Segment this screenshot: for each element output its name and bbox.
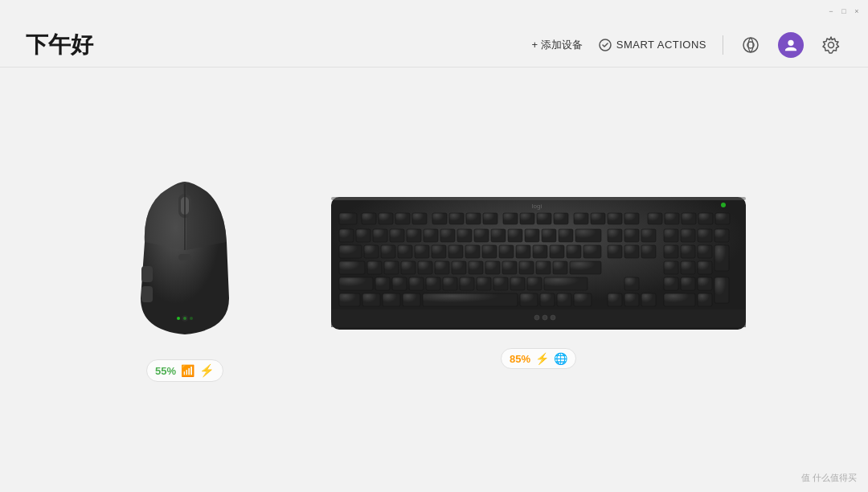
svg-rect-64 [364,245,379,258]
mouse-device-container[interactable]: 55% 📶 ⚡ [121,178,249,382]
svg-rect-46 [424,229,438,242]
svg-rect-41 [339,229,354,242]
svg-rect-89 [418,261,432,274]
add-device-button[interactable]: + 添加设备 [532,38,583,52]
svg-point-1 [743,38,758,52]
svg-rect-47 [440,229,455,242]
svg-rect-119 [339,293,360,306]
svg-rect-65 [381,245,395,258]
bluetooth-icon: 📶 [181,364,194,377]
svg-rect-62 [714,229,729,242]
svg-rect-73 [516,245,530,258]
minimize-button[interactable]: − [826,6,836,16]
svg-rect-91 [452,261,466,274]
svg-rect-97 [553,261,567,274]
title-bar: − □ × [0,0,868,23]
svg-rect-39 [698,213,713,224]
svg-rect-83 [698,245,712,258]
svg-rect-34 [608,213,622,224]
svg-rect-57 [624,229,639,242]
main-content: 55% 📶 ⚡ logi [0,68,868,492]
svg-rect-116 [681,277,695,290]
lightning-bolt-icon: ⚡ [199,363,215,378]
svg-rect-103 [375,277,390,290]
svg-point-4 [829,42,834,47]
svg-rect-77 [583,245,601,258]
keyboard-device-container[interactable]: logi [330,191,747,369]
svg-rect-99 [664,261,678,274]
svg-rect-51 [508,229,522,242]
svg-rect-118 [714,277,729,303]
svg-rect-56 [608,229,622,242]
svg-rect-107 [443,277,457,290]
svg-rect-94 [502,261,517,274]
svg-point-135 [542,315,547,320]
close-button[interactable]: × [852,6,862,16]
svg-rect-90 [435,261,449,274]
svg-rect-84 [714,245,729,271]
settings-button[interactable] [820,34,842,56]
svg-rect-63 [339,245,362,258]
svg-rect-54 [559,229,573,242]
svg-rect-121 [383,293,400,306]
svg-rect-72 [499,245,514,258]
svg-rect-30 [537,213,551,224]
svg-rect-26 [466,213,481,224]
header: 下午好 + 添加设备 SMART ACTIONS [0,23,868,68]
keyboard-wireless-icon: 🌐 [554,352,567,365]
svg-rect-67 [415,245,429,258]
svg-rect-7 [141,266,153,282]
svg-rect-8 [141,286,153,302]
watermark: 值 什么值得买 [801,472,857,484]
svg-rect-104 [392,277,407,290]
mouse-image [121,178,249,346]
smart-actions-button[interactable]: SMART ACTIONS [599,39,706,51]
svg-point-18 [721,203,726,207]
svg-rect-122 [403,293,420,306]
svg-rect-49 [474,229,489,242]
svg-rect-55 [575,229,601,242]
svg-rect-68 [432,245,446,258]
svg-rect-95 [519,261,534,274]
greeting-text: 下午好 [26,30,532,60]
svg-rect-106 [426,277,440,290]
svg-rect-100 [681,261,695,274]
svg-point-12 [190,317,193,320]
maximize-button[interactable]: □ [839,6,849,16]
svg-rect-130 [641,293,656,306]
svg-rect-19 [339,213,357,224]
svg-rect-71 [482,245,497,258]
smart-actions-icon [599,39,612,51]
svg-rect-27 [483,213,497,224]
svg-point-10 [177,317,180,320]
mouse-battery-status: 55% 📶 ⚡ [146,359,223,382]
svg-rect-102 [339,277,373,290]
svg-point-3 [788,39,793,45]
svg-rect-87 [384,261,399,274]
svg-rect-96 [536,261,551,274]
keyboard-image: logi [330,191,747,335]
svg-rect-123 [423,293,518,306]
svg-rect-82 [681,245,695,258]
svg-rect-80 [641,245,656,258]
svg-rect-114 [624,277,639,290]
svg-rect-36 [648,213,662,224]
svg-rect-38 [682,213,696,224]
svg-rect-61 [698,229,712,242]
svg-point-136 [551,315,555,320]
voice-button[interactable] [739,34,762,56]
gear-icon [822,36,840,54]
avatar[interactable] [778,32,804,58]
add-device-label: + 添加设备 [532,38,583,52]
keyboard-battery-status: 85% ⚡ 🌐 [501,348,576,369]
svg-rect-129 [624,293,639,306]
svg-rect-66 [398,245,412,258]
svg-rect-52 [525,229,539,242]
svg-rect-101 [698,261,712,274]
svg-rect-16 [331,197,746,200]
svg-rect-29 [520,213,534,224]
svg-rect-110 [493,277,508,290]
keyboard-battery-pct: 85% [510,353,530,365]
svg-rect-22 [395,213,410,224]
svg-rect-120 [362,293,380,306]
